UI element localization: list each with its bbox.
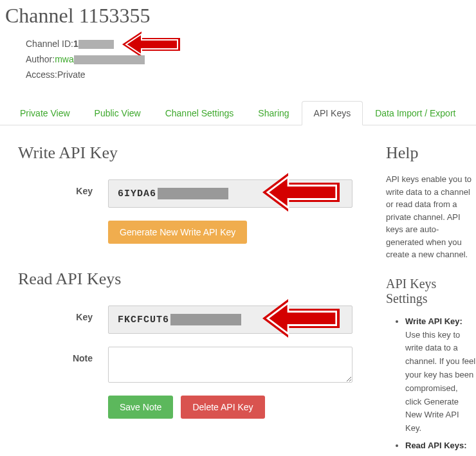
- tab-channel-settings[interactable]: Channel Settings: [153, 101, 246, 125]
- page-title: Channel 1153355: [5, 4, 476, 28]
- write-api-key-title: Write API Key: [18, 143, 380, 163]
- save-note-button[interactable]: Save Note: [108, 396, 173, 419]
- redacted-text: [78, 40, 114, 49]
- api-keys-settings-title: API Keys Settings: [386, 277, 476, 306]
- list-item-text: Use this key to write data to a channel.…: [405, 330, 475, 433]
- tab-private-view[interactable]: Private View: [8, 101, 82, 125]
- channel-id-value: 1: [73, 37, 78, 52]
- list-item-bold: Read API Keys:: [405, 441, 467, 450]
- note-textarea[interactable]: [108, 347, 352, 383]
- tab-sharing[interactable]: Sharing: [246, 101, 301, 125]
- access-value: Private: [57, 68, 86, 83]
- author-link[interactable]: mwa: [55, 52, 74, 68]
- author-row: Author: mwa: [26, 52, 476, 68]
- redacted-text: [158, 188, 228, 199]
- note-label: Note: [18, 347, 108, 363]
- redacted-text: [74, 55, 145, 64]
- write-key-label: Key: [18, 179, 108, 196]
- channel-id-label: Channel ID:: [26, 37, 73, 52]
- channel-id-row: Channel ID: 1: [26, 37, 476, 52]
- write-key-text: 6IYDA6: [118, 188, 156, 199]
- channel-meta: Channel ID: 1 Author: mwa Access: Privat…: [26, 37, 476, 82]
- read-key-label: Key: [18, 306, 108, 322]
- list-item-bold: Write API Key:: [405, 316, 462, 326]
- generate-write-key-button[interactable]: Generate New Write API Key: [108, 221, 247, 244]
- help-title: Help: [386, 143, 476, 163]
- access-row: Access: Private: [26, 68, 476, 83]
- access-label: Access:: [26, 68, 57, 83]
- list-item: Read API Keys: Use this key to allow oth…: [405, 439, 476, 456]
- write-key-value[interactable]: 6IYDA6: [108, 179, 352, 208]
- tab-data-import-export[interactable]: Data Import / Export: [363, 101, 468, 125]
- read-api-keys-title: Read API Keys: [18, 269, 380, 289]
- tab-public-view[interactable]: Public View: [82, 101, 153, 125]
- help-settings-list: Write API Key: Use this key to write dat…: [405, 315, 476, 456]
- tabs: Private View Public View Channel Setting…: [0, 100, 476, 125]
- tab-api-keys[interactable]: API Keys: [302, 101, 363, 125]
- redacted-text: [170, 314, 241, 325]
- delete-api-key-button[interactable]: Delete API Key: [181, 396, 264, 419]
- list-item: Write API Key: Use this key to write dat…: [405, 315, 476, 435]
- author-label: Author:: [26, 52, 55, 68]
- read-key-text: FKCFCUT6: [118, 315, 169, 325]
- help-intro: API keys enable you to write data to a c…: [386, 173, 476, 261]
- read-key-value[interactable]: FKCFCUT6: [108, 306, 352, 334]
